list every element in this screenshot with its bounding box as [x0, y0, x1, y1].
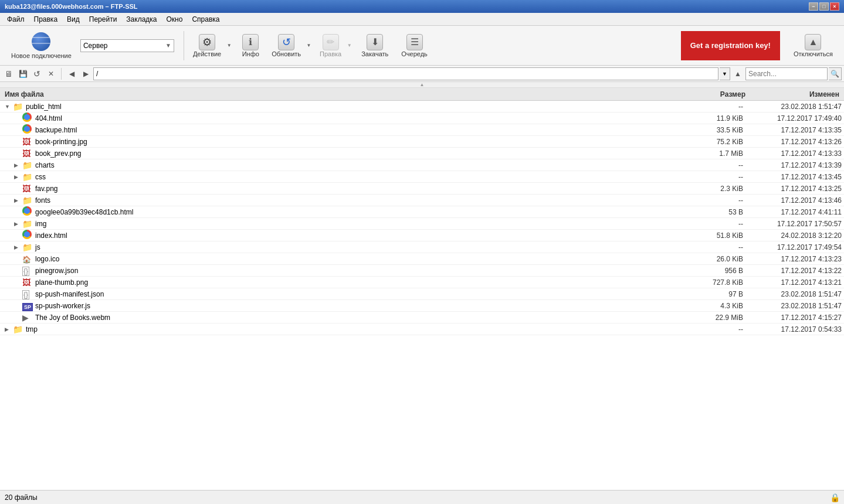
disconnect-label: Отключиться	[794, 50, 833, 57]
action-label: Действие	[193, 50, 221, 57]
file-size: 727.8 KiB	[689, 278, 748, 287]
path-input[interactable]	[93, 67, 718, 80]
file-count: 20 файлы	[5, 493, 38, 502]
maximize-button[interactable]: □	[819, 2, 829, 11]
path-dropdown-arrow[interactable]: ▼	[720, 67, 730, 80]
list-item[interactable]: ▶ 📁 js -- 17.12.2017 17:49:54	[0, 241, 844, 253]
list-item[interactable]: 🖼 book-printing.jpg 75.2 KiB 17.12.2017 …	[0, 136, 844, 148]
folder-icon: 📁	[22, 172, 32, 182]
list-item[interactable]: backupe.html 33.5 KiB 17.12.2017 4:13:35	[0, 124, 844, 136]
expand-arrow[interactable]: ▶	[5, 326, 13, 332]
menu-navigate[interactable]: Перейти	[84, 14, 122, 25]
expand-arrow[interactable]: ▶	[14, 162, 22, 168]
download-button[interactable]: ⬇ Закачать	[356, 29, 394, 63]
expand-arrow[interactable]: ▶	[14, 221, 22, 227]
minimize-button[interactable]: −	[809, 2, 818, 11]
file-size: 4.3 KiB	[689, 302, 748, 310]
file-name: The Joy of Books.webm	[35, 314, 689, 322]
list-item[interactable]: {} pinegrow.json 956 B 17.12.2017 4:13:2…	[0, 265, 844, 277]
list-item[interactable]: index.html 51.8 KiB 24.02.2018 3:12:20	[0, 230, 844, 241]
file-row-content: 🖼 plane-thumb.png	[2, 278, 689, 287]
col-header-name[interactable]: Имя файла	[2, 90, 689, 98]
file-modified: 23.02.2018 1:51:47	[748, 103, 842, 111]
menu-edit[interactable]: Правка	[29, 14, 63, 25]
new-connection-button[interactable]: Новое подключение	[5, 29, 78, 63]
file-name: css	[35, 173, 689, 181]
new-connection-label: Новое подключение	[11, 52, 72, 59]
forward-button[interactable]: ▶	[79, 67, 92, 80]
toolbar-separator-1	[184, 31, 184, 60]
addr-icon-btn-4[interactable]: ✕	[45, 67, 57, 80]
refresh-button[interactable]: ↺ Обновить	[267, 29, 305, 63]
edit-dropdown-arrow[interactable]: ▼	[345, 29, 354, 63]
server-dropdown[interactable]: Сервер ▼	[80, 39, 174, 52]
file-modified: 17.12.2017 4:13:26	[748, 138, 842, 146]
action-button[interactable]: ⚙ Действие	[189, 29, 225, 63]
list-item[interactable]: ▶ 📁 charts -- 17.12.2017 4:13:39	[0, 159, 844, 171]
addr-icon-btn-3[interactable]: ↺	[30, 67, 43, 80]
expand-arrow[interactable]: ▶	[14, 197, 22, 203]
back-button[interactable]: ◀	[65, 67, 78, 80]
file-size: --	[689, 325, 748, 333]
file-modified: 17.12.2017 4:13:21	[748, 278, 842, 287]
list-item[interactable]: ▶ 📁 tmp -- 17.12.2017 0:54:33	[0, 323, 844, 335]
refresh-dropdown-arrow[interactable]: ▼	[305, 29, 313, 63]
info-button[interactable]: ℹ Инфо	[236, 29, 265, 63]
server-area: Сервер ▼	[80, 39, 174, 52]
close-button[interactable]: ×	[830, 2, 839, 11]
action-dropdown-arrow[interactable]: ▼	[225, 29, 233, 63]
search-input[interactable]	[745, 67, 828, 80]
expand-arrow[interactable]: ▶	[14, 244, 22, 250]
list-item[interactable]: ▶ 📁 fonts -- 17.12.2017 4:13:46	[0, 195, 844, 206]
folder-icon: 📁	[22, 219, 32, 229]
file-row-content: googlee0a99b39ec48d1cb.html	[2, 206, 689, 217]
list-item[interactable]: 🏠 logo.ico 26.0 KiB 17.12.2017 4:13:23	[0, 253, 844, 265]
col-header-size[interactable]: Размер	[689, 90, 748, 98]
menu-help[interactable]: Справка	[187, 14, 224, 25]
list-item[interactable]: 🖼 fav.png 2.3 KiB 17.12.2017 4:13:25	[0, 183, 844, 195]
file-size: 1.7 MiB	[689, 149, 748, 158]
path-go-button[interactable]: ▲	[731, 67, 744, 80]
list-item[interactable]: SP sp-push-worker.js 4.3 KiB 23.02.2018 …	[0, 300, 844, 312]
file-modified: 17.12.2017 4:41:11	[748, 208, 842, 216]
list-item[interactable]: 🖼 book_prev.png 1.7 MiB 17.12.2017 4:13:…	[0, 148, 844, 159]
file-name: sp-push-manifest.json	[35, 290, 689, 298]
file-name: backupe.html	[35, 126, 689, 134]
menu-bookmark[interactable]: Закладка	[121, 14, 161, 25]
json-icon: {}	[22, 267, 29, 276]
col-header-modified[interactable]: Изменен	[748, 90, 842, 98]
refresh-button-group: ↺ Обновить ▼	[267, 29, 313, 63]
file-row-content: 404.html	[2, 113, 689, 124]
edit-button[interactable]: ✏ Правка	[316, 29, 345, 63]
list-item[interactable]: 🖼 plane-thumb.png 727.8 KiB 17.12.2017 4…	[0, 277, 844, 288]
menu-window[interactable]: Окно	[162, 14, 188, 25]
list-item[interactable]: ▶ 📁 css -- 17.12.2017 4:13:45	[0, 171, 844, 183]
disconnect-button[interactable]: ▲ Отключиться	[787, 29, 839, 63]
expand-arrow[interactable]: ▼	[5, 104, 13, 110]
list-item[interactable]: googlee0a99b39ec48d1cb.html 53 B 17.12.2…	[0, 206, 844, 218]
file-name: js	[35, 243, 689, 251]
queue-button[interactable]: ☰ Очередь	[396, 29, 433, 63]
collapse-row[interactable]: ▲	[0, 82, 844, 88]
file-row-content: 🖼 fav.png	[2, 184, 689, 193]
file-row-content: backupe.html	[2, 124, 689, 135]
file-size: 956 B	[689, 267, 748, 275]
addr-icon-btn-1[interactable]: 🖥	[2, 67, 15, 80]
file-row-content: {} pinegrow.json	[2, 266, 689, 275]
list-item[interactable]: 404.html 11.9 KiB 17.12.2017 17:49:40	[0, 113, 844, 124]
search-button[interactable]: 🔍	[829, 67, 842, 80]
menu-file[interactable]: Файл	[2, 14, 29, 25]
file-size: 53 B	[689, 208, 748, 216]
file-size: 51.8 KiB	[689, 231, 748, 240]
addr-icon-btn-2[interactable]: 💾	[16, 67, 29, 80]
list-item[interactable]: {} sp-push-manifest.json 97 B 23.02.2018…	[0, 288, 844, 300]
registration-button[interactable]: Get a registration key!	[681, 31, 780, 60]
menu-view[interactable]: Вид	[62, 14, 84, 25]
list-item[interactable]: ▶ The Joy of Books.webm 22.9 MiB 17.12.2…	[0, 312, 844, 323]
expand-arrow[interactable]: ▶	[14, 174, 22, 180]
refresh-icon: ↺	[278, 34, 294, 50]
sp-icon: SP	[22, 303, 33, 311]
list-item[interactable]: ▶ 📁 img -- 17.12.2017 17:50:57	[0, 218, 844, 230]
list-item[interactable]: ▼ 📁 public_html -- 23.02.2018 1:51:47	[0, 101, 844, 113]
refresh-label: Обновить	[272, 50, 301, 57]
